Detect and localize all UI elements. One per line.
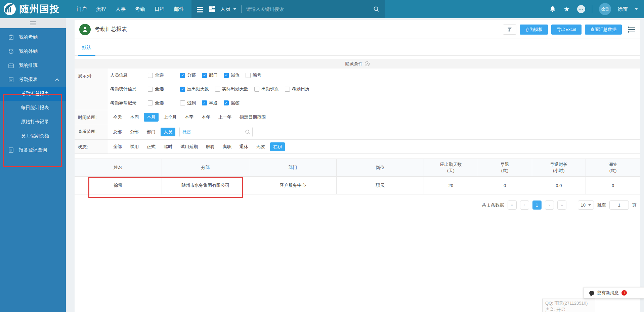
checkbox-icon[interactable] bbox=[148, 73, 153, 78]
status-pill-active[interactable]: 在职 bbox=[270, 142, 285, 151]
menu-item-portal[interactable]: 门户 bbox=[77, 6, 87, 12]
sidebar-item-my-shifts[interactable]: 我的排班 bbox=[0, 58, 66, 73]
search-icon[interactable] bbox=[373, 5, 380, 13]
page-size-select[interactable]: 10 bbox=[578, 200, 594, 210]
scope-pill-department[interactable]: 部门 bbox=[144, 128, 159, 136]
next-page-button[interactable]: › bbox=[545, 200, 554, 210]
tab-default[interactable]: 默认 bbox=[79, 45, 94, 55]
checkbox-branch[interactable]: 分部 bbox=[180, 72, 196, 78]
user-chevron-down-icon[interactable] bbox=[635, 8, 638, 10]
select-all-person-info[interactable]: 全选 bbox=[148, 72, 180, 78]
select-all-attendance-stats[interactable]: 全选 bbox=[148, 86, 180, 92]
checkbox-icon[interactable] bbox=[202, 100, 207, 105]
apps-grid-icon[interactable] bbox=[208, 5, 216, 13]
filter-label: 状态: bbox=[75, 140, 108, 153]
scope-pill-person[interactable]: 人员 bbox=[161, 128, 175, 136]
time-pill-today[interactable]: 今天 bbox=[110, 113, 125, 122]
sidebar-item-my-field-work[interactable]: 我的外勤 bbox=[0, 44, 66, 58]
view-summary-button[interactable]: 查看汇总数据 bbox=[585, 25, 622, 35]
checkbox-icon[interactable] bbox=[180, 73, 185, 78]
export-excel-button[interactable]: 导出Excel bbox=[551, 25, 582, 35]
status-pill-all[interactable]: 全部 bbox=[110, 142, 125, 151]
hide-conditions-bar[interactable]: 隐藏条件 bbox=[75, 59, 640, 69]
checkbox-icon[interactable] bbox=[180, 100, 185, 105]
more-ellipsis-icon[interactable]: ··· bbox=[577, 5, 585, 13]
prev-page-button[interactable]: ‹ bbox=[520, 200, 529, 210]
checkbox-icon[interactable] bbox=[254, 87, 259, 92]
search-input[interactable] bbox=[246, 6, 369, 12]
time-pill-this-year[interactable]: 本年 bbox=[199, 113, 213, 122]
checkbox-number[interactable]: 编号 bbox=[246, 72, 261, 78]
time-pill-custom-range[interactable]: 指定日期范围 bbox=[237, 113, 269, 122]
time-pill-this-month[interactable]: 本月 bbox=[144, 113, 159, 122]
checkbox-icon[interactable] bbox=[148, 87, 153, 92]
sidebar-item-report-registration-query[interactable]: 报备登记查询 bbox=[0, 143, 66, 157]
search-icon[interactable] bbox=[245, 129, 250, 136]
time-pill-this-week[interactable]: 本周 bbox=[127, 113, 142, 122]
favorites-star-icon[interactable]: ★ bbox=[563, 5, 570, 13]
filter-row-time-range: 时间范围: 今天 本周 本月 上个月 本季 本年 上一年 指定日期范围 bbox=[75, 110, 640, 124]
checkbox-actual-days[interactable]: 实际出勤天数 bbox=[215, 86, 248, 92]
checkbox-label: 应出勤天数 bbox=[187, 86, 209, 92]
time-pill-this-quarter[interactable]: 本季 bbox=[182, 113, 197, 122]
scope-pill-headquarters[interactable]: 总部 bbox=[110, 128, 125, 136]
menu-item-workflow[interactable]: 流程 bbox=[96, 6, 106, 12]
sidebar-subitem-raw-punch-records[interactable]: 原始打卡记录 bbox=[0, 115, 66, 129]
checkbox-icon[interactable] bbox=[224, 100, 229, 105]
checkbox-icon[interactable] bbox=[224, 73, 229, 78]
user-avatar[interactable]: 徐雷 bbox=[599, 3, 611, 15]
status-pill-temporary[interactable]: 临时 bbox=[161, 142, 175, 151]
checkbox-late[interactable]: 迟到 bbox=[180, 100, 196, 106]
module-dropdown[interactable]: 人员 bbox=[220, 6, 237, 12]
sidebar-item-my-attendance[interactable]: 我的考勤 bbox=[0, 30, 66, 44]
person-search-input[interactable] bbox=[179, 127, 253, 137]
sidebar-subitem-summary-report[interactable]: 考勤汇总报表 bbox=[0, 87, 66, 101]
sidebar-subitem-leave-balance[interactable]: 员工假期余额 bbox=[0, 129, 66, 143]
checkbox-icon[interactable] bbox=[180, 87, 185, 92]
scope-pill-branch[interactable]: 分部 bbox=[127, 128, 142, 136]
checkbox-icon[interactable] bbox=[148, 100, 153, 105]
status-pill-dismissed[interactable]: 解聘 bbox=[203, 142, 218, 151]
checkbox-icon[interactable] bbox=[246, 73, 251, 78]
sidebar-item-attendance-reports[interactable]: 考勤报表 bbox=[0, 73, 66, 87]
checkbox-department[interactable]: 部门 bbox=[202, 72, 218, 78]
first-page-button[interactable]: « bbox=[508, 200, 517, 210]
time-pill-last-year[interactable]: 上一年 bbox=[215, 113, 234, 122]
save-template-button[interactable]: 存为模板 bbox=[520, 25, 548, 35]
status-pill-invalid[interactable]: 无效 bbox=[253, 142, 268, 151]
list-view-icon[interactable] bbox=[628, 26, 635, 33]
checkbox-shift[interactable]: 出勤班次 bbox=[254, 86, 279, 92]
scope-search-wrap bbox=[179, 127, 253, 137]
sidebar-collapse-toggle[interactable] bbox=[0, 18, 66, 28]
checkbox-position[interactable]: 岗位 bbox=[224, 72, 240, 78]
status-pill-formal[interactable]: 正式 bbox=[144, 142, 159, 151]
checkbox-icon[interactable] bbox=[285, 87, 290, 92]
checkbox-early-leave[interactable]: 早退 bbox=[202, 100, 218, 106]
hamburger-icon[interactable] bbox=[196, 5, 204, 13]
time-pill-last-month[interactable]: 上个月 bbox=[161, 113, 180, 122]
checkbox-required-days[interactable]: 应出勤天数 bbox=[180, 86, 209, 92]
status-pill-resigned[interactable]: 离职 bbox=[220, 142, 234, 151]
menu-item-mail[interactable]: 邮件 bbox=[174, 6, 184, 12]
jump-page-input[interactable] bbox=[609, 200, 629, 210]
menu-item-attendance[interactable]: 考勤 bbox=[135, 6, 145, 12]
bell-icon[interactable] bbox=[549, 5, 556, 13]
checkbox-icon[interactable] bbox=[202, 73, 207, 78]
new-message-notice[interactable]: 您有新消息 1 bbox=[584, 287, 644, 299]
page-number-button[interactable]: 1 bbox=[532, 200, 542, 210]
table-row[interactable]: 徐雷 随州市水务集团有限公司 客户服务中心 职员 20 0 0.0 0 bbox=[75, 177, 640, 194]
status-pill-probation[interactable]: 试用 bbox=[127, 142, 142, 151]
menu-item-hr[interactable]: 人事 bbox=[116, 6, 126, 12]
checkbox-icon[interactable] bbox=[215, 87, 220, 92]
status-pill-retired[interactable]: 退休 bbox=[237, 142, 251, 151]
checkbox-missed-sign[interactable]: 漏签 bbox=[224, 100, 240, 106]
status-pill-probation-extended[interactable]: 试用延期 bbox=[177, 142, 201, 151]
filter-settings-button[interactable] bbox=[503, 25, 516, 35]
sidebar-subitem-daily-report[interactable]: 每日统计报表 bbox=[0, 101, 66, 115]
menu-item-schedule[interactable]: 日程 bbox=[155, 6, 165, 12]
select-all-abnormal-records[interactable]: 全选 bbox=[148, 100, 180, 106]
checkbox-calendar[interactable]: 考勤日历 bbox=[285, 86, 309, 92]
filter-label: 展示列: bbox=[75, 69, 108, 110]
last-page-button[interactable]: » bbox=[557, 200, 566, 210]
brand[interactable]: 随州国投 bbox=[0, 3, 67, 15]
